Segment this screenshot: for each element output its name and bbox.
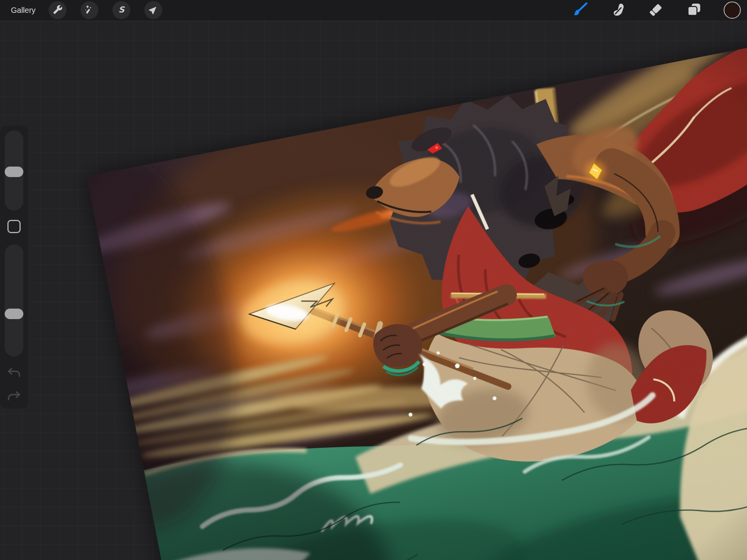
smudge-finger-icon [610,2,626,19]
layers-icon [686,2,702,19]
top-toolbar: Gallery S [0,0,747,20]
paint-tool-button[interactable] [571,2,588,19]
magic-wand-icon [84,5,95,16]
modify-button[interactable] [7,220,21,233]
layers-button[interactable] [686,2,703,19]
artwork-canvas[interactable] [87,43,747,560]
opacity-handle[interactable] [5,309,23,319]
redo-icon [7,389,21,405]
brush-size-slider[interactable] [5,130,23,211]
erase-tool-button[interactable] [647,2,665,19]
artwork-painting [87,43,747,560]
procreate-app: Gallery S [0,0,747,560]
toolbar-right-group [571,2,747,19]
transform-button[interactable] [144,1,162,19]
transform-arrow-icon [149,5,158,16]
undo-icon [7,366,21,382]
paintbrush-icon [571,1,588,19]
color-swatch[interactable] [724,2,741,19]
svg-text:S: S [119,5,125,14]
sidebar-controls [0,126,28,409]
actions-button[interactable] [49,1,67,19]
eraser-icon [648,2,664,19]
toolbar-left-group: Gallery S [0,1,162,19]
gallery-button[interactable]: Gallery [11,6,35,15]
opacity-slider[interactable] [5,244,23,356]
selection-button[interactable]: S [112,1,130,19]
smudge-tool-button[interactable] [609,2,626,19]
adjustments-button[interactable] [81,1,98,19]
brush-size-handle[interactable] [5,167,23,177]
undo-button[interactable] [6,366,22,381]
wrench-icon [53,5,63,16]
redo-button[interactable] [6,389,22,405]
selection-s-icon: S [116,5,126,16]
